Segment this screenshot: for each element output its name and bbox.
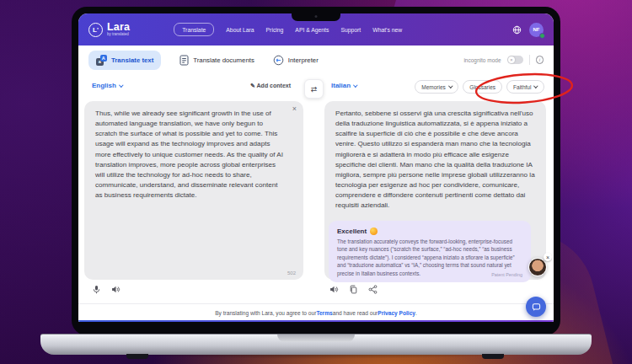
swap-icon: ⇄ (311, 85, 318, 94)
logo-title: Lara (107, 23, 130, 32)
incognito-mode-label: incognito mode (463, 57, 501, 63)
speaker-icon[interactable] (111, 285, 121, 294)
info-icon[interactable]: i (536, 56, 544, 64)
nav-item-about-lara[interactable]: About Lara (226, 27, 254, 33)
tab-label: Interpreter (288, 56, 319, 64)
translation-feedback-card: Excellent The translation accurately con… (329, 221, 531, 282)
chat-support-button[interactable] (526, 297, 546, 317)
nav-item-translate[interactable]: Translate (174, 23, 214, 36)
laptop-foot (126, 354, 148, 359)
tab-label: Translate documents (193, 56, 254, 64)
laptop-lid-notch (277, 335, 355, 342)
footer-text: By translating with Lara, you agree to o… (215, 310, 316, 316)
interpreter-icon (273, 55, 284, 66)
glossaries-button[interactable]: Glossaries (463, 80, 502, 94)
footer-text: and have read our (333, 310, 378, 316)
incognito-toggle[interactable]: × (507, 56, 523, 65)
divider (529, 55, 530, 65)
target-text[interactable]: Pertanto, sebbene si osservi già una cre… (324, 101, 546, 218)
swap-languages-button[interactable]: ⇄ (304, 79, 324, 99)
app-window: L' Lara by translated Translate About La… (78, 13, 554, 322)
memories-label: Memories (421, 84, 446, 90)
desktop-background: L' Lara by translated Translate About La… (0, 0, 632, 364)
footer-text: . (415, 310, 417, 316)
avatar-initials: NF (533, 27, 540, 32)
lara-logo-icon: L' (88, 23, 103, 37)
camera-notch (292, 13, 340, 21)
tab-translate-text[interactable]: a A Translate text (88, 51, 161, 70)
translate-icon-front: A (100, 55, 108, 62)
patent-pending-label: Patent Pending (491, 272, 522, 277)
chevron-down-icon (353, 83, 357, 87)
glossaries-label: Glossaries (469, 84, 495, 90)
assistant-avatar[interactable] (528, 258, 547, 276)
screen-bottom-glow (78, 320, 554, 322)
laptop-base (40, 334, 592, 355)
source-text[interactable]: Thus, while we already see significant g… (84, 101, 303, 208)
clear-text-icon[interactable]: × (292, 105, 297, 113)
chat-bubble-icon (532, 302, 541, 312)
legal-footer: By translating with Lara, you agree to o… (78, 303, 554, 322)
chevron-down-icon (448, 83, 453, 88)
microphone-icon[interactable] (92, 285, 101, 294)
style-label: Faithful (513, 84, 531, 90)
nav-menu: Translate About Lara Pricing API & Agent… (174, 23, 402, 36)
edit-icon: ✎ (250, 83, 255, 88)
chevron-down-icon (534, 83, 538, 88)
target-language-label: Italian (331, 82, 351, 89)
speaker-icon[interactable] (329, 285, 339, 294)
nav-item-whats-new[interactable]: What's new (372, 27, 402, 33)
copy-icon[interactable] (349, 285, 358, 294)
nav-item-support[interactable]: Support (340, 27, 361, 33)
tab-label: Translate text (111, 56, 153, 64)
nav-item-api-agents[interactable]: API & Agents (295, 27, 329, 33)
chevron-down-icon (119, 83, 123, 87)
feedback-title: Excellent (337, 228, 367, 235)
tab-interpreter[interactable]: Interpreter (273, 55, 319, 66)
target-language-selector[interactable]: Italian (331, 82, 357, 89)
translate-workspace: English ✎ Add context ⇄ Italian Memories (78, 74, 554, 303)
translation-style-button[interactable]: Faithful (506, 80, 544, 94)
add-context-button[interactable]: ✎ Add context (250, 83, 291, 89)
privacy-policy-link[interactable]: Privacy Policy (378, 310, 415, 316)
source-language-label: English (92, 82, 116, 89)
document-icon (179, 55, 189, 66)
add-context-label: Add context (257, 83, 291, 88)
mode-tabs: a A Translate text Translate documents (78, 46, 554, 74)
character-count: 502 (287, 270, 296, 276)
dismiss-feedback-icon[interactable]: × (544, 253, 552, 261)
status-badge (539, 33, 545, 39)
globe-icon[interactable] (512, 25, 522, 35)
source-language-selector[interactable]: English (92, 82, 122, 89)
source-text-panel[interactable]: Thus, while we already see significant g… (84, 101, 303, 280)
toggle-knob: × (508, 56, 516, 64)
star-struck-emoji-icon (370, 228, 378, 235)
tab-translate-documents[interactable]: Translate documents (179, 55, 254, 66)
camera-icon (315, 15, 318, 18)
share-icon[interactable] (368, 285, 378, 294)
logo-subtitle: by translated (107, 32, 130, 36)
user-avatar[interactable]: NF (529, 23, 544, 37)
laptop: L' Lara by translated Translate About La… (72, 7, 560, 335)
laptop-foot (482, 354, 504, 359)
nav-item-pricing[interactable]: Pricing (266, 27, 284, 33)
memories-button[interactable]: Memories (415, 80, 458, 94)
translate-text-icon: a A (96, 55, 107, 66)
terms-link[interactable]: Terms (316, 310, 332, 316)
lara-logo[interactable]: L' Lara by translated (88, 23, 130, 37)
